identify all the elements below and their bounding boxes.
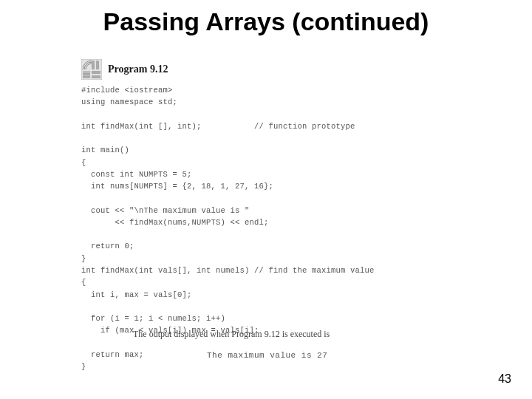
output-caption: The output displayed when Program 9.12 i…	[133, 329, 330, 340]
svg-rect-4	[92, 75, 100, 78]
svg-rect-3	[92, 71, 100, 74]
program-label: Program 9.12	[108, 64, 168, 75]
svg-rect-2	[96, 61, 99, 69]
svg-rect-1	[92, 61, 95, 69]
program-header: Program 9.12	[81, 59, 473, 80]
program-icon	[81, 59, 102, 80]
output-line: The maximum value is 27	[207, 351, 327, 360]
slide: Passing Arrays (continued) Progr	[0, 0, 532, 399]
slide-title: Passing Arrays (continued)	[0, 7, 532, 36]
svg-rect-5	[83, 71, 90, 78]
program-block: Program 9.12 #include <iostream> using n…	[81, 59, 473, 372]
page-number: 43	[498, 372, 511, 386]
